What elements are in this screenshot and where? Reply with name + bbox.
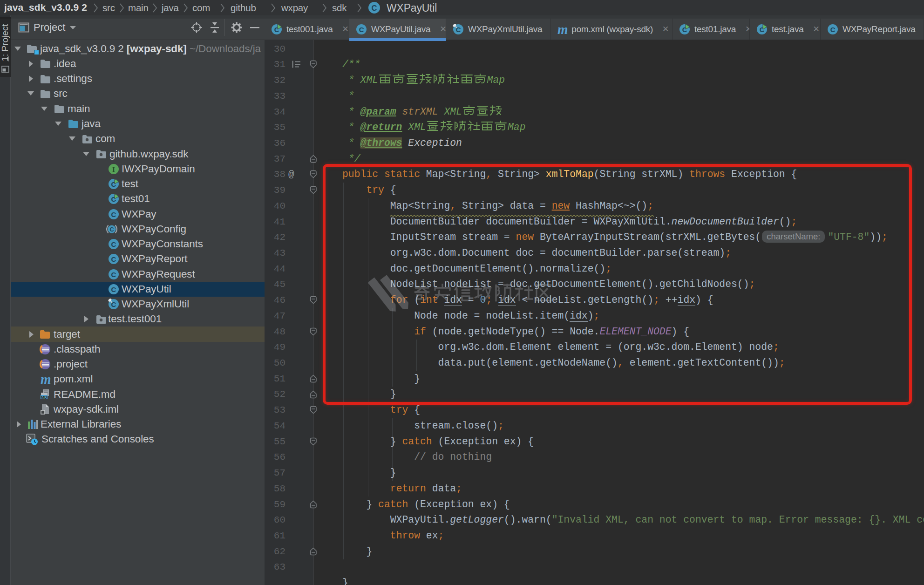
svg-text:C: C: [111, 210, 116, 218]
svg-text:C: C: [456, 25, 461, 33]
svg-text:C: C: [830, 25, 836, 33]
svg-text:C: C: [111, 255, 116, 263]
svg-text:C: C: [111, 240, 116, 248]
svg-text:MD: MD: [41, 395, 47, 399]
svg-text:C: C: [372, 4, 377, 12]
svg-text:C: C: [111, 285, 116, 293]
svg-text:I: I: [112, 165, 115, 173]
svg-text:C: C: [111, 270, 116, 278]
svg-text:C: C: [359, 25, 364, 33]
svg-text:C: C: [109, 226, 114, 232]
svg-text:C: C: [111, 300, 116, 308]
